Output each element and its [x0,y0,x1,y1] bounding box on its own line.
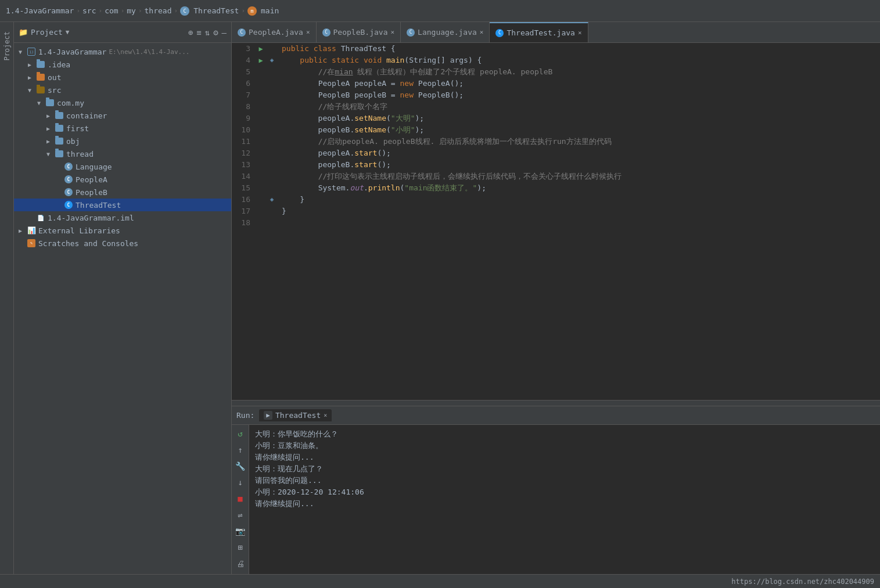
ln13: 13 [236,159,250,171]
run-panel-header: Run: ▶ ThreadTest × [232,406,880,425]
thread-label: thread [66,150,94,158]
code-editor[interactable]: 3 4 5 6 7 8 9 10 11 12 13 14 15 16 17 18… [232,43,880,400]
run-btn-3[interactable]: ▶ [255,43,267,55]
run-btn-4[interactable]: ▶ [255,55,267,66]
tab-peoplea[interactable]: C PeopleA.java × [232,22,317,42]
expand-icon[interactable]: ⇅ [205,28,210,37]
ln8: 8 [236,101,250,113]
tree-item-first[interactable]: ▶ first [14,122,231,135]
tab-language-close[interactable]: × [480,28,484,36]
run-btn-13 [255,159,267,171]
commy-arrow: ▼ [37,100,45,106]
breadcrumb-project[interactable]: 1.4-JavaGrammar [6,6,74,15]
tab-peopleb-close[interactable]: × [390,28,394,36]
run-btn-14 [255,171,267,182]
run-tab-threadtest[interactable]: ▶ ThreadTest × [259,409,332,421]
threadtest-class-icon: C [64,200,73,210]
tab-threadtest[interactable]: C ThreadTest.java × [490,22,588,42]
line-numbers: 3 4 5 6 7 8 9 10 11 12 13 14 15 16 17 18 [232,43,255,400]
code-content[interactable]: public class ThreadTest { public static … [277,43,880,400]
tree-item-extlib[interactable]: ▶ 📊 External Libraries [14,224,231,237]
tab-threadtest-label: ThreadTest.java [507,28,574,37]
sidebar-tree: ▼ IJ 1.4-JavaGrammar E:\new\1.4\1.4-Jav.… [14,43,231,574]
tree-item-iml[interactable]: 📄 1.4-JavaGrammar.iml [14,211,231,224]
run-panel: Run: ▶ ThreadTest × ↺ ↑ 🔧 ↓ ■ ⇌ 📷 ⊞ [232,406,880,574]
locate-icon[interactable]: ⊕ [188,28,193,37]
tab-language[interactable]: C Language.java × [401,22,490,42]
close-sidebar-icon[interactable]: — [222,28,227,37]
tree-item-scratch[interactable]: ✎ Scratches and Consoles [14,237,231,250]
tree-item-out[interactable]: ▶ out [14,71,231,84]
breadcrumb-threadtest[interactable]: ThreadTest [193,6,239,15]
container-icon [55,111,64,120]
ln12: 12 [236,147,250,159]
breadcrumb-src[interactable]: src [82,6,96,15]
tree-item-peoplea[interactable]: C PeopleA [14,173,231,186]
first-label: first [66,124,89,133]
bk-14 [267,171,277,182]
tab-peopleb[interactable]: C PeopleB.java × [317,22,401,42]
output-line-4: 大明：现在几点了？ [255,463,874,475]
thread-icon [55,149,64,158]
bk-15 [267,182,277,194]
scroll-up-button[interactable]: ↑ [234,443,247,456]
tree-item-container[interactable]: ▶ container [14,109,231,122]
tree-item-src[interactable]: ▼ src [14,84,231,96]
src-label: src [48,86,61,95]
scratch-label: Scratches and Consoles [38,239,138,248]
scroll-down-button[interactable]: ↓ [234,476,247,489]
code-line-13: peopleB.start(); [282,159,875,171]
breadcrumb-thread[interactable]: thread [145,6,172,15]
settings-run-button[interactable]: 🔧 [234,460,247,472]
idea-arrow: ▶ [28,62,36,68]
breadcrumb-main[interactable]: main [261,6,279,15]
tree-item-commy[interactable]: ▼ com.my [14,96,231,109]
peoplea-class-icon: C [64,175,73,184]
collapse-icon[interactable]: ≡ [196,28,201,37]
dropdown-arrow[interactable]: ▼ [66,28,70,36]
iml-label: 1.4-JavaGrammar.iml [48,214,134,222]
output-line-1: 大明：你早饭吃的什么？ [255,428,874,440]
tree-item-threadtest[interactable]: C ThreadTest [14,199,231,211]
print-button[interactable]: 🖨 [234,557,247,570]
settings-icon[interactable]: ⚙ [213,28,218,37]
ln14: 14 [236,171,250,182]
code-line-10: peopleB.setName("小明"); [282,124,875,136]
tree-item-obj[interactable]: ▶ obj [14,135,231,147]
editor-area: C PeopleA.java × C PeopleB.java × C Lang… [232,22,880,574]
bk-3 [267,43,277,55]
peopleb-class-icon: C [64,187,73,197]
run-output: 大明：你早饭吃的什么？ 小明：豆浆和油条。 请你继续提问... 大明：现在几点了… [249,425,880,574]
sidebar-title: 📁 Project ▼ [19,28,69,37]
stop-button[interactable]: ■ [234,492,247,505]
project-tab[interactable]: Project [1,27,13,66]
root-path: E:\new\1.4\1.4-Jav... [109,48,189,56]
bk-12 [267,147,277,159]
tree-item-root[interactable]: ▼ IJ 1.4-JavaGrammar E:\new\1.4\1.4-Jav.… [14,45,231,58]
breadcrumb-my[interactable]: my [127,6,136,15]
tree-item-idea[interactable]: ▶ .idea [14,58,231,71]
run-btn-8 [255,101,267,113]
ln7: 7 [236,89,250,101]
tab-peoplea-close[interactable]: × [306,28,310,36]
tree-item-thread[interactable]: ▼ thread [14,147,231,160]
rerun-button[interactable]: ↺ [234,427,247,440]
run-btn-9 [255,113,267,124]
wrap-button[interactable]: ⇌ [234,508,247,521]
run-tab-close[interactable]: × [324,412,327,419]
screenshot-button[interactable]: 📷 [234,525,247,538]
tree-item-language[interactable]: C Language [14,160,231,173]
tab-threadtest-close[interactable]: × [578,29,582,37]
run-btn-7 [255,89,267,101]
left-panel-tab: Project [0,22,14,574]
extlib-icon: 📊 [27,226,36,235]
filter-button[interactable]: ⊞ [234,541,247,554]
tree-item-peopleb[interactable]: C PeopleB [14,186,231,199]
peoplea-label: PeopleA [76,175,107,184]
breadcrumb-com[interactable]: com [105,6,118,15]
run-btn-15 [255,182,267,194]
editor-hscrollbar[interactable] [232,400,880,406]
bk-7 [267,89,277,101]
main-method-icon: m [247,6,257,16]
bk-8 [267,101,277,113]
